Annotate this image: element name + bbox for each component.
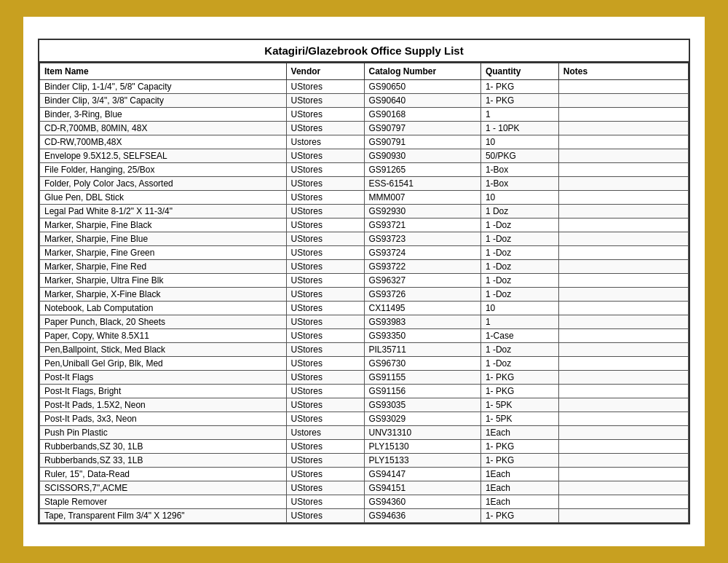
table-row: Paper, Copy, White 8.5X11UStoresGS933501…	[40, 329, 689, 343]
table-row: Notebook, Lab ComputationUStoresCX114951…	[40, 302, 689, 315]
table-cell	[558, 440, 688, 454]
table-cell: GS90168	[364, 108, 480, 122]
table-cell: GS93029	[364, 412, 480, 426]
col-header-quantity: Quantity	[480, 63, 558, 80]
col-header-catalog: Catalog Number	[364, 63, 480, 80]
table-cell: Pen,Uniball Gel Grip, Blk, Med	[40, 357, 287, 371]
table-cell	[558, 163, 688, 177]
table-cell: GS93035	[364, 398, 480, 412]
table-cell: 1- PKG	[480, 509, 558, 523]
table-cell: UStores	[286, 398, 364, 412]
table-cell: 1- PKG	[480, 454, 558, 468]
table-row: Marker, Sharpie, X-Fine BlackUStoresGS93…	[40, 288, 689, 302]
table-cell: GS93722	[364, 260, 480, 274]
table-cell: Envelope 9.5X12.5, SELFSEAL	[40, 149, 287, 163]
table-row: Glue Pen, DBL StickUStoresMMM00710	[40, 191, 689, 205]
table-cell: Ustores	[286, 426, 364, 440]
table-row: SCISSORS,7",ACMEUStoresGS941511Each	[40, 481, 689, 495]
table-cell: Legal Pad White 8-1/2" X 11-3/4"	[40, 205, 287, 218]
table-cell	[558, 343, 688, 357]
table-cell	[558, 385, 688, 398]
table-row: Rubberbands,SZ 30, 1LBUStoresPLY151301- …	[40, 440, 689, 454]
table-cell: PLY15130	[364, 440, 480, 454]
table-cell: UStores	[286, 108, 364, 122]
table-row: Post-It Pads, 3x3, NeonUStoresGS930291- …	[40, 412, 689, 426]
table-cell: GS90930	[364, 149, 480, 163]
table-cell	[558, 94, 688, 108]
table-cell: Binder Clip, 1-1/4", 5/8" Capacity	[40, 80, 287, 94]
table-row: Marker, Sharpie, Ultra Fine BlkUStoresGS…	[40, 274, 689, 288]
table-row: Marker, Sharpie, Fine BlueUStoresGS93723…	[40, 232, 689, 246]
table-cell: CD-R,700MB, 80MIN, 48X	[40, 122, 287, 135]
table-cell: UStores	[286, 357, 364, 371]
table-cell: GS94360	[364, 495, 480, 509]
table-cell: 1-Box	[480, 177, 558, 191]
table-cell: 1 -Doz	[480, 274, 558, 288]
table-cell: GS96327	[364, 274, 480, 288]
table-header-row: Item Name Vendor Catalog Number Quantity…	[40, 63, 689, 80]
table-cell: UStores	[286, 218, 364, 232]
table-cell: Push Pin Plastic	[40, 426, 287, 440]
table-cell	[558, 149, 688, 163]
table-cell	[558, 509, 688, 523]
page-container: Katagiri/Glazebrook Office Supply List I…	[22, 15, 706, 548]
table-cell: GS93723	[364, 232, 480, 246]
table-cell: Marker, Sharpie, Fine Red	[40, 260, 287, 274]
table-cell	[558, 315, 688, 329]
table-row: Binder Clip, 1-1/4", 5/8" CapacityUStore…	[40, 80, 689, 94]
table-row: Legal Pad White 8-1/2" X 11-3/4"UStoresG…	[40, 205, 689, 218]
col-header-vendor: Vendor	[286, 63, 364, 80]
table-cell: 1- PKG	[480, 371, 558, 385]
table-cell: 10	[480, 191, 558, 205]
table-cell: UStores	[286, 149, 364, 163]
table-cell: SCISSORS,7",ACME	[40, 481, 287, 495]
table-row: CD-RW,700MB,48XUstoresGS9079110	[40, 135, 689, 149]
table-cell: 1Each	[480, 426, 558, 440]
table-cell	[558, 288, 688, 302]
table-row: Push Pin PlasticUstoresUNV313101Each	[40, 426, 689, 440]
table-cell: 1	[480, 315, 558, 329]
table-cell	[558, 122, 688, 135]
table-cell: 1 - 10PK	[480, 122, 558, 135]
table-cell	[558, 481, 688, 495]
table-cell: 1 -Doz	[480, 260, 558, 274]
table-cell: 1 -Doz	[480, 288, 558, 302]
table-cell: 1Each	[480, 468, 558, 481]
table-cell: 1- PKG	[480, 385, 558, 398]
table-cell: UStores	[286, 343, 364, 357]
table-cell: GS90640	[364, 94, 480, 108]
table-cell: GS96730	[364, 357, 480, 371]
table-cell: Paper Punch, Black, 20 Sheets	[40, 315, 287, 329]
table-cell: UStores	[286, 80, 364, 94]
table-cell: Ustores	[286, 135, 364, 149]
table-cell	[558, 108, 688, 122]
table-cell: 1	[480, 108, 558, 122]
table-cell: GS94151	[364, 481, 480, 495]
table-cell: Paper, Copy, White 8.5X11	[40, 329, 287, 343]
table-row: Pen,Ballpoint, Stick, Med BlackUStoresPI…	[40, 343, 689, 357]
table-cell: Glue Pen, DBL Stick	[40, 191, 287, 205]
table-cell	[558, 177, 688, 191]
table-cell: GS93350	[364, 329, 480, 343]
table-cell: UStores	[286, 371, 364, 385]
table-cell	[558, 260, 688, 274]
table-cell: 1 -Doz	[480, 357, 558, 371]
table-body: Binder Clip, 1-1/4", 5/8" CapacityUStore…	[40, 80, 689, 523]
col-header-notes: Notes	[558, 63, 688, 80]
table-cell: GS90797	[364, 122, 480, 135]
table-cell: UStores	[286, 232, 364, 246]
table-cell	[558, 191, 688, 205]
table-cell: GS94636	[364, 509, 480, 523]
table-cell	[558, 412, 688, 426]
table-row: Tape, Transparent Film 3/4" X 1296"UStor…	[40, 509, 689, 523]
table-cell: Marker, Sharpie, X-Fine Black	[40, 288, 287, 302]
table-cell: File Folder, Hanging, 25/Box	[40, 163, 287, 177]
table-cell	[558, 371, 688, 385]
table-cell: UStores	[286, 288, 364, 302]
table-row: Staple RemoverUStoresGS943601Each	[40, 495, 689, 509]
table-cell: UStores	[286, 495, 364, 509]
table-cell: Marker, Sharpie, Fine Green	[40, 246, 287, 260]
table-cell: 1-Box	[480, 163, 558, 177]
table-cell: GS94147	[364, 468, 480, 481]
table-row: Post-It FlagsUStoresGS911551- PKG	[40, 371, 689, 385]
